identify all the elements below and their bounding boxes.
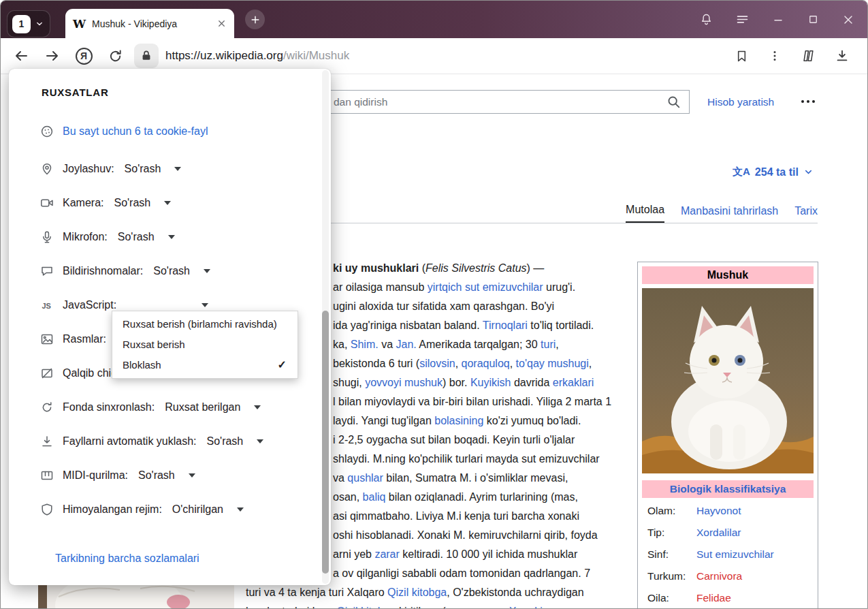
- dropdown-arrow-icon[interactable]: [254, 405, 261, 409]
- article-link[interactable]: yovvoyi mushuk: [365, 377, 443, 388]
- new-tab-button[interactable]: [245, 10, 265, 29]
- collections-icon[interactable]: [801, 48, 816, 63]
- permission-value[interactable]: So'rash: [138, 469, 175, 482]
- create-account-link[interactable]: Hisob yaratish: [707, 90, 774, 114]
- article-text-segment: ,: [455, 358, 462, 369]
- permission-value[interactable]: So'rash: [153, 265, 190, 277]
- taxon-redlink[interactable]: Carnivora: [696, 570, 742, 582]
- refresh-button[interactable]: [104, 45, 126, 67]
- article-link[interactable]: yirtqich: [428, 281, 462, 293]
- panel-scrollbar[interactable]: [322, 70, 329, 584]
- back-button[interactable]: [10, 45, 32, 67]
- taxon-link[interactable]: Sut emizuvchilar: [696, 548, 774, 561]
- article-link[interactable]: zarar: [374, 548, 399, 560]
- article-text-segment: bilan oziqlanadi. Ayrim turlarining (mas…: [385, 491, 578, 503]
- cookies-link[interactable]: Bu sayt uchun 6 ta cookie-fayl: [63, 125, 208, 138]
- downloads-icon[interactable]: [835, 48, 850, 63]
- article-link[interactable]: bolasining: [434, 415, 483, 426]
- permission-value[interactable]: So'rash: [114, 197, 150, 209]
- notifications-icon[interactable]: [699, 12, 713, 27]
- article-link[interactable]: sut emizuvchilar: [465, 281, 543, 293]
- infobox-section-header: Biologik klassifikatsiya: [642, 480, 814, 498]
- article-text-segment: ,: [589, 358, 592, 369]
- minimize-button[interactable]: [771, 13, 785, 27]
- tab-manbasini-tahrirlash[interactable]: Manbasini tahrirlash: [681, 205, 778, 223]
- menu-option[interactable]: Bloklash✓: [112, 355, 298, 375]
- tab-close-icon[interactable]: [216, 18, 227, 29]
- article-link[interactable]: Xonaki: [509, 606, 543, 609]
- permission-value[interactable]: Ruxsat berilgan: [165, 401, 240, 413]
- taxon-link[interactable]: Xordalilar: [696, 527, 741, 539]
- tab-mushuk[interactable]: W Mushuk - Vikipediya: [65, 9, 234, 38]
- dropdown-arrow-icon[interactable]: [204, 269, 210, 273]
- permission-value[interactable]: So'rash: [207, 435, 244, 448]
- article-text-segment: ka,: [333, 339, 351, 350]
- infobox-row: Olam:Hayvonot: [642, 500, 814, 522]
- dropdown-arrow-icon[interactable]: [174, 167, 181, 171]
- permission-value[interactable]: O'chirilgan: [172, 503, 223, 516]
- address-bar[interactable]: https://uz.wikipedia.org/wiki/Mushuk: [165, 49, 349, 63]
- lock-icon: [140, 49, 153, 63]
- close-button[interactable]: [841, 13, 855, 27]
- permission-row-notifications: Bildirishnomalar:So'rash: [40, 263, 210, 279]
- cat-photo[interactable]: [642, 288, 814, 473]
- dropdown-arrow-icon[interactable]: [202, 303, 208, 307]
- article-link[interactable]: baliq: [363, 491, 386, 503]
- article-text-segment: ) bor.: [443, 377, 470, 388]
- forward-button[interactable]: [42, 45, 63, 67]
- article-text-segment: laydi. Yangi tug'ilgan: [333, 415, 434, 426]
- language-selector[interactable]: 文A 254 ta til: [733, 166, 814, 178]
- article-link[interactable]: Tirnoqlari: [483, 319, 528, 331]
- menu-option[interactable]: Ruxsat berish: [112, 334, 298, 355]
- dropdown-arrow-icon[interactable]: [189, 473, 195, 478]
- article-link[interactable]: Shim.: [351, 339, 379, 350]
- infobox-label: Turkum:: [647, 570, 696, 582]
- permission-value[interactable]: So'rash: [118, 231, 155, 243]
- taxon-link[interactable]: Hayvonot: [696, 505, 741, 517]
- article-link[interactable]: Qizil kitobga: [387, 587, 447, 598]
- menu-option[interactable]: Ruxsat berish (birlamchi ravishda): [112, 314, 298, 334]
- article-line: turi va 4 ta kenja turi Xalqaro Qizil ki…: [246, 585, 584, 600]
- article-link[interactable]: Kuyikish: [470, 377, 511, 388]
- menu-option-label: Bloklash: [123, 359, 161, 371]
- dropdown-arrow-icon[interactable]: [164, 201, 171, 205]
- tab-mutolaa[interactable]: Mutolaa: [626, 204, 664, 223]
- article-link[interactable]: turi: [541, 339, 556, 350]
- search-icon[interactable]: [666, 95, 681, 110]
- search-input[interactable]: dan qidirish: [273, 90, 690, 114]
- cookies-row: Bu sayt uchun 6 ta cookie-fayl: [40, 125, 208, 138]
- permission-value[interactable]: So'rash: [125, 163, 161, 175]
- tab-group-chip[interactable]: 1: [7, 10, 50, 37]
- article-line: laydi. Yangi tug'ilgan bolasining ko'zi …: [333, 413, 581, 428]
- more-menu-icon[interactable]: [768, 49, 782, 63]
- article-link[interactable]: qushlar: [347, 472, 383, 484]
- article-text-segment: arni yeb: [333, 548, 374, 560]
- taxon-redlink[interactable]: Felidae: [696, 592, 731, 604]
- titlebar: 1 W Mushuk - Vikipediya: [1, 1, 867, 38]
- tab-tarix[interactable]: Tarix: [794, 205, 818, 223]
- article-text-segment: l bilan miyovlaydi va bir-biri bilan uri…: [333, 396, 611, 407]
- article-text-segment: ,: [556, 339, 558, 350]
- yandex-search-icon[interactable]: Я: [73, 45, 95, 67]
- maximize-button[interactable]: [807, 13, 820, 26]
- more-options-icon[interactable]: [801, 100, 815, 103]
- article-link[interactable]: Qizil kitobga: [336, 606, 396, 609]
- article-link[interactable]: Jan.: [396, 339, 417, 350]
- content-settings-link[interactable]: Tarkibning barcha sozlamalari: [55, 552, 199, 565]
- dropdown-arrow-icon[interactable]: [257, 439, 263, 443]
- article-line: i 2-2,5 oygacha sut bilan boqadi. Keyin …: [333, 433, 575, 448]
- scrollbar-thumb[interactable]: [322, 311, 329, 574]
- article-link[interactable]: erkaklari: [553, 377, 594, 388]
- dropdown-arrow-icon[interactable]: [168, 235, 175, 239]
- downloads-icon: [40, 435, 54, 448]
- menu-icon[interactable]: [735, 12, 750, 27]
- article-link[interactable]: qoraquloq: [462, 358, 510, 369]
- article-link[interactable]: to'qay mushugi: [516, 358, 589, 369]
- bookmark-icon[interactable]: [735, 49, 749, 63]
- toolbar-right: [735, 48, 850, 63]
- url-host: https://uz.wikipedia.org: [165, 49, 283, 62]
- site-permissions-button[interactable]: [134, 44, 159, 68]
- permission-label: Mikrofon:: [63, 231, 108, 243]
- dropdown-arrow-icon[interactable]: [237, 507, 244, 512]
- article-link[interactable]: silovsin: [419, 358, 455, 369]
